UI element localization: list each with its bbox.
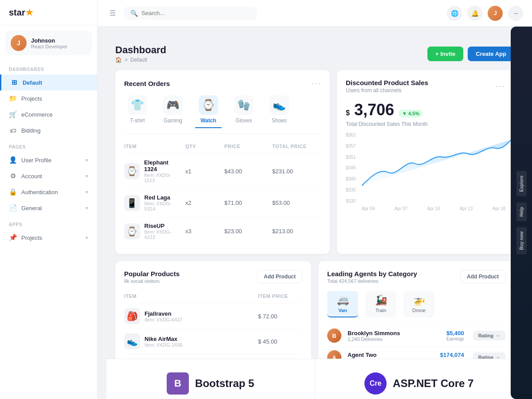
chart-label: $351	[346, 155, 356, 160]
tab-gloves[interactable]: 🧤 Gloves	[231, 95, 257, 128]
bell-icon[interactable]: 🔔	[467, 6, 482, 21]
avatar: J	[11, 35, 27, 51]
agent-earnings: $174,074	[440, 352, 464, 358]
sidebar-item-authentication[interactable]: 🔒 Authentication ▾	[0, 184, 97, 200]
category-tabs: 🚐 Van 🚂 Train 🚁 Drone	[327, 291, 505, 317]
table-row: ⌚ RiseUP Item: #XDG-4222 x3 $23.00 $213.…	[124, 217, 321, 245]
orders-table-header: ITEM QTY PRICE TOTAL PRICE	[124, 141, 321, 152]
gear-icon: ⚙	[9, 172, 17, 180]
qty-cell: x2	[185, 200, 221, 206]
col-price: ITEM PRICE	[258, 293, 302, 299]
tag-icon: 🏷	[9, 126, 17, 134]
product-name: Nike AirMax	[145, 336, 183, 342]
sidebar-item-account[interactable]: ⚙ Account ▾	[0, 168, 97, 184]
chart-label: $335	[346, 188, 356, 192]
popular-header-info: Popular Products 8k social visitors	[124, 270, 180, 284]
price-cell: $71.00	[224, 200, 269, 206]
table-row: ⌚ Elephant 1324 Item: #XDG-1523 x1 $43.0…	[124, 153, 321, 188]
qty-cell: x1	[185, 168, 221, 175]
collapse-button[interactable]: ☰	[106, 7, 119, 20]
tab-tshirt[interactable]: 👕 T-shirt	[124, 95, 151, 128]
add-product-button-agents[interactable]: Add Product	[460, 270, 505, 283]
col-price: PRICE	[224, 144, 269, 149]
sidebar-item-label: Projects	[21, 235, 42, 241]
card-header: Popular Products 8k social visitors Add …	[124, 270, 302, 284]
sidebar-item-user-profile[interactable]: 👤 User Profile ▾	[0, 152, 97, 168]
product-info: 👟 Nike AirMax Item: #XDG-1836	[124, 333, 254, 349]
add-product-button[interactable]: Add Product	[257, 270, 302, 283]
product-info: ⌚ Elephant 1324 Item: #XDG-1523	[124, 159, 182, 183]
bootstrap-text: Bootstrap 5	[195, 377, 254, 390]
product-sku: Item: #XDG-4222	[145, 229, 182, 240]
list-item: 👟 Nike AirMax Item: #XDG-1836 $ 45.00	[124, 329, 302, 354]
sidebar-item-bidding[interactable]: 🏷 Bidding	[0, 122, 97, 138]
explore-tab[interactable]: Explore	[516, 171, 527, 196]
drone-icon: 🚁	[413, 294, 425, 306]
sidebar-item-projects-app[interactable]: 📌 Projects ▾	[0, 230, 97, 246]
product-details: RiseUP Item: #XDG-4222	[145, 223, 182, 240]
tab-van-label: Van	[338, 308, 347, 313]
list-item: 🎒 Fjallraven Item: #XDG-6437 $ 72.00	[124, 303, 302, 329]
agent-avatar: B	[327, 329, 341, 343]
card-header: Recent Orders ···	[124, 79, 321, 88]
tab-train[interactable]: 🚂 Train	[365, 291, 396, 317]
search-icon: 🔍	[130, 10, 138, 17]
arrow-icon[interactable]: →	[508, 6, 523, 21]
agent-stats: $5,400 Earnings Rating →	[446, 330, 505, 341]
aspnet-icon: Cre	[364, 372, 387, 395]
sidebar-item-general[interactable]: 📄 General ▾	[0, 200, 97, 216]
tab-watch-label: Watch	[200, 117, 216, 124]
sidebar-item-label: General	[21, 205, 42, 211]
sales-dollar: $	[346, 109, 350, 117]
globe-icon[interactable]: 🌐	[447, 6, 462, 21]
product-image: ⌚	[124, 223, 140, 239]
rating-button[interactable]: Rating →	[473, 331, 505, 340]
tab-van[interactable]: 🚐 Van	[327, 291, 358, 317]
search-box[interactable]: 🔍	[124, 7, 257, 20]
agents-subtitle: Total 424,567 deliveries	[327, 278, 417, 284]
sidebar-item-projects[interactable]: 📁 Projects	[0, 90, 97, 106]
card-menu-icon[interactable]: ···	[312, 79, 321, 88]
create-app-button[interactable]: Create App	[468, 47, 514, 61]
page-title: Dashboard	[115, 44, 166, 56]
sidebar-item-label: Bidding	[21, 127, 40, 134]
user-card[interactable]: J Johnson React Developer	[5, 31, 92, 55]
product-sku: Item: #XDG-6437	[145, 317, 183, 322]
chart-x-label: Apr 18	[493, 206, 505, 211]
chart-label: $362	[346, 133, 356, 137]
invite-button[interactable]: + Invite	[427, 47, 463, 61]
product-image: 🎒	[124, 308, 140, 324]
tab-gaming[interactable]: 🎮 Gaming	[160, 95, 186, 128]
card-menu-icon[interactable]: ···	[496, 82, 505, 91]
product-image: ⌚	[124, 163, 140, 179]
price-cell: $23.00	[224, 228, 269, 235]
tab-watch[interactable]: ⌚ Watch	[195, 95, 222, 128]
sales-amount: $ 3,706 ▼ 4.5%	[346, 101, 505, 119]
sidebar-item-ecommerce[interactable]: 🛒 eCommerce	[0, 106, 97, 122]
chart-label: $340	[346, 176, 356, 181]
product-name: Elephant 1324	[144, 159, 182, 172]
product-details: Red Laga Item: #XDG-5314	[145, 194, 182, 211]
sidebar-item-default[interactable]: ⊞ Default	[0, 74, 97, 90]
topbar-avatar[interactable]: J	[488, 6, 503, 21]
apps-label: APPS	[0, 216, 97, 230]
tab-drone[interactable]: 🚁 Drone	[403, 291, 434, 317]
page-title-area: Dashboard 🏠 > Default	[115, 44, 166, 63]
sidebar: star★ J Johnson React Developer DASHBOAR…	[0, 0, 98, 399]
product-details: Elephant 1324 Item: #XDG-1523	[144, 159, 182, 183]
buy-now-tab[interactable]: Buy now	[516, 227, 527, 254]
total-cell: $213.00	[272, 228, 321, 235]
price-cell: $43.00	[224, 168, 269, 175]
user-icon: 👤	[9, 156, 17, 164]
side-panel: Explore Help Buy now	[511, 27, 532, 399]
chart-x-label: Apr 04	[362, 206, 375, 211]
col-qty: QTY	[185, 144, 221, 149]
tshirt-icon: 👕	[128, 95, 147, 115]
tab-shoes[interactable]: 👟 Shoes	[266, 95, 293, 128]
tab-gaming-label: Gaming	[164, 117, 182, 124]
chart-label: $346	[346, 165, 356, 170]
help-tab[interactable]: Help	[516, 203, 527, 221]
topbar-icons: 🌐 🔔 J →	[447, 6, 523, 21]
total-cell: $231.00	[272, 168, 321, 175]
search-input[interactable]	[141, 10, 251, 16]
